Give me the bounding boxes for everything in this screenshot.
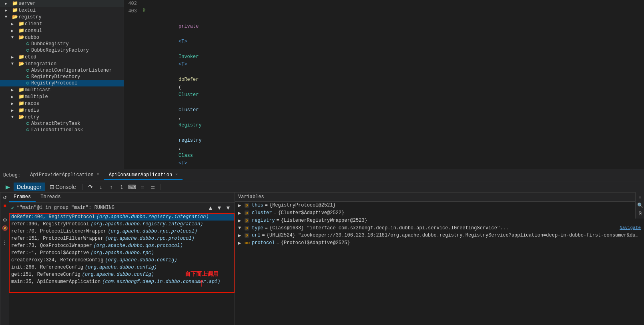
step-out-button[interactable]: ↑ xyxy=(107,183,116,191)
expand-arrow: ▶ xyxy=(11,94,18,99)
add-watch-btn[interactable]: + xyxy=(636,194,644,201)
code-line-403: 403 @ private <T> Invoker <T> doRefer ( … xyxy=(124,8,644,169)
folder-icon: 📁 xyxy=(11,7,18,13)
debug-mute-btn[interactable]: 🔕 xyxy=(1,225,8,232)
tree-item-redis[interactable]: ▶ 📁 redis xyxy=(0,107,124,114)
tab-frames[interactable]: Frames xyxy=(9,193,36,202)
variables-button[interactable]: ≣ xyxy=(148,183,157,191)
tree-item-dubboregistryfactory[interactable]: ▶ C DubboRegistryFactory xyxy=(0,47,124,54)
tree-item-dubboregistry[interactable]: ▶ C DubboRegistry xyxy=(0,41,124,47)
tab-threads[interactable]: Threads xyxy=(36,193,65,202)
debug-config-btn[interactable]: ⚙ xyxy=(1,217,8,224)
frames-button[interactable]: ≡ xyxy=(138,183,147,191)
debug-restart-btn[interactable]: ↺ xyxy=(1,194,8,201)
run-to-cursor-button[interactable]: ⤵ xyxy=(117,183,126,191)
frame-location: init:266, ReferenceConfig xyxy=(11,265,83,270)
expand-icon[interactable]: ▼ xyxy=(238,225,245,231)
tree-item-client[interactable]: ▶ 📁 client xyxy=(0,20,124,27)
tab-close-icon[interactable]: × xyxy=(97,173,99,177)
tree-item-integration[interactable]: ▼ 📂 integration xyxy=(0,60,124,67)
expand-icon[interactable]: ▶ xyxy=(238,210,245,216)
tree-item-etcd[interactable]: ▶ 📁 etcd xyxy=(0,54,124,60)
debug-stop-btn[interactable]: ■ xyxy=(1,202,8,209)
frame-item-4[interactable]: refer:73, QosProtocolWrapper (org.apache… xyxy=(9,242,235,249)
evaluate-button[interactable]: ⌨ xyxy=(128,183,136,191)
var-item-protocol[interactable]: ▶ oo protocol = {Protocol$Adaptive@2525} xyxy=(235,239,644,247)
tab-api-provider[interactable]: ApiProviderApplication × xyxy=(25,171,104,180)
copy-btn[interactable]: ⎘ xyxy=(636,210,644,217)
tree-item-multiple[interactable]: ▶ 📁 multiple xyxy=(0,93,124,100)
folder-icon: 📁 xyxy=(11,0,18,6)
frame-class: (org.apache.dubbo.qos.protocol) xyxy=(94,243,183,249)
var-item-this[interactable]: ▶ p this = {RegistryProtocol@2521} xyxy=(235,202,644,209)
navigate-link[interactable]: Navigate xyxy=(620,225,641,230)
tree-item-consul[interactable]: ▶ 📁 consul xyxy=(0,27,124,34)
frame-down-btn[interactable]: ▼ xyxy=(215,204,223,212)
frame-item-7[interactable]: init:266, ReferenceConfig (org.apache.du… xyxy=(9,264,235,271)
tree-item-multicast[interactable]: ▶ 📁 multicast xyxy=(0,86,124,93)
step-into-button[interactable]: ↓ xyxy=(96,183,105,191)
running-thread: ✔ *"main"@1 in group "main": RUNNING ▲ ▼… xyxy=(9,203,235,213)
expand-icon[interactable]: ▶ xyxy=(238,233,245,239)
type-invoker: Invoker xyxy=(179,54,199,60)
step-over-button[interactable]: ↷ xyxy=(86,183,95,191)
var-value: {Class@1633} "interface com.sxzhongf.dee… xyxy=(269,225,618,231)
var-item-registry[interactable]: ▶ p registry = {ListenerRegistryWrapper@… xyxy=(235,217,644,225)
inspect-btn[interactable]: 🔍 xyxy=(636,202,644,209)
class-icon: C xyxy=(24,74,31,79)
tree-label: retry xyxy=(25,114,39,120)
frame-item-6[interactable]: createProxy:324, ReferenceConfig (org.ap… xyxy=(9,257,235,264)
frames-panel: Frames Threads ✔ *"main"@1 in group "mai… xyxy=(9,193,235,325)
frame-item-5[interactable]: refer:-1, Protocol$Adaptive (org.apache.… xyxy=(9,249,235,257)
tree-item-textui[interactable]: ▶ 📁 textui xyxy=(0,7,124,14)
folder-icon: 📁 xyxy=(18,21,25,27)
tree-item-registrydirectory[interactable]: ▶ C RegistryDirectory xyxy=(0,74,124,80)
annotation-marker: @ xyxy=(143,8,146,12)
variables-panel: Variables ▶ p this = {RegistryProtocol@2… xyxy=(235,193,644,325)
expand-icon[interactable]: ▶ xyxy=(238,240,245,246)
tree-label: RegistryDirectory xyxy=(31,74,80,80)
tab-api-consumer[interactable]: ApiConsumerApplication × xyxy=(104,171,183,180)
tree-item-dubbo[interactable]: ▼ 📂 dubbo xyxy=(0,34,124,41)
variables-header: Variables xyxy=(235,193,644,202)
var-name: cluster xyxy=(252,210,272,216)
debugger-tab[interactable]: Debugger xyxy=(14,183,45,191)
frame-item-2[interactable]: refer:70, ProtocolListenerWrapper (org.a… xyxy=(9,228,235,235)
tree-label: DubboRegistryFactory xyxy=(31,48,89,53)
tree-label: server xyxy=(18,1,36,6)
expand-arrow: ▶ xyxy=(11,88,18,92)
tree-item-abstractconfiguratorlistener[interactable]: ▶ C AbstractConfiguratorListener xyxy=(0,67,124,74)
frame-location: refer:73, QosProtocolWrapper xyxy=(11,243,92,249)
frame-item-9[interactable]: main:35, ApiConsumerApplication (com.sxz… xyxy=(9,278,235,285)
running-check-icon: ✔ xyxy=(11,205,14,211)
var-item-url[interactable]: ▶ p url = {URL@2524} "zookeeper://39.106… xyxy=(235,232,644,239)
tree-item-abstractretrytask[interactable]: ▶ C AbstractRetryTask xyxy=(0,120,124,127)
tree-item-failednotifiedtask[interactable]: ▶ C FailedNotifiedTask xyxy=(0,127,124,133)
expand-icon[interactable]: ▶ xyxy=(238,218,245,224)
var-item-cluster[interactable]: ▶ p cluster = {Cluster$Adaptive@2522} xyxy=(235,209,644,217)
tree-label: DubboRegistry xyxy=(31,41,69,47)
debug-more-btn[interactable]: ⋮ xyxy=(1,239,8,246)
expand-icon[interactable]: ▶ xyxy=(238,203,245,209)
frames-tabs: Frames Threads xyxy=(9,193,235,203)
frame-item-0[interactable]: doRefer:404, RegistryProtocol (org.apach… xyxy=(9,213,235,221)
frame-up-btn[interactable]: ▲ xyxy=(207,204,215,212)
tree-item-registry[interactable]: ▼ 📂 registry xyxy=(0,14,124,20)
var-eq: = xyxy=(277,240,279,246)
line-code: private <T> Invoker <T> doRefer ( Cluste… xyxy=(148,8,644,169)
tree-item-retry[interactable]: ▼ 📂 retry xyxy=(0,114,124,120)
resume-button[interactable]: ▶ xyxy=(3,183,12,191)
frame-class: (com.sxzhongf.deep.in.dubbo.consumer.api… xyxy=(102,279,220,285)
tree-label: AbstractRetryTask xyxy=(31,121,80,126)
frame-item-8[interactable]: get:151, ReferenceConfig (org.apache.dub… xyxy=(9,271,235,278)
frame-item-1[interactable]: refer:396, RegistryProtocol (org.apache.… xyxy=(9,221,235,228)
tab-close-icon[interactable]: × xyxy=(175,173,178,177)
tree-item-server[interactable]: ▶ 📁 server xyxy=(0,0,124,7)
tab-consumer-label: ApiConsumerApplication xyxy=(109,172,172,178)
console-tab[interactable]: ⊟Console xyxy=(46,183,79,191)
tree-item-nacos[interactable]: ▶ 📁 nacos xyxy=(0,100,124,107)
frame-filter-btn[interactable]: ▼ xyxy=(224,204,232,212)
frame-item-3[interactable]: refer:151, ProtocolFilterWrapper (org.ap… xyxy=(9,235,235,242)
var-item-type[interactable]: ▼ p type = {Class@1633} "interface com.s… xyxy=(235,225,644,232)
tree-item-registryprotocol[interactable]: ▶ C RegistryProtocol xyxy=(0,80,124,86)
